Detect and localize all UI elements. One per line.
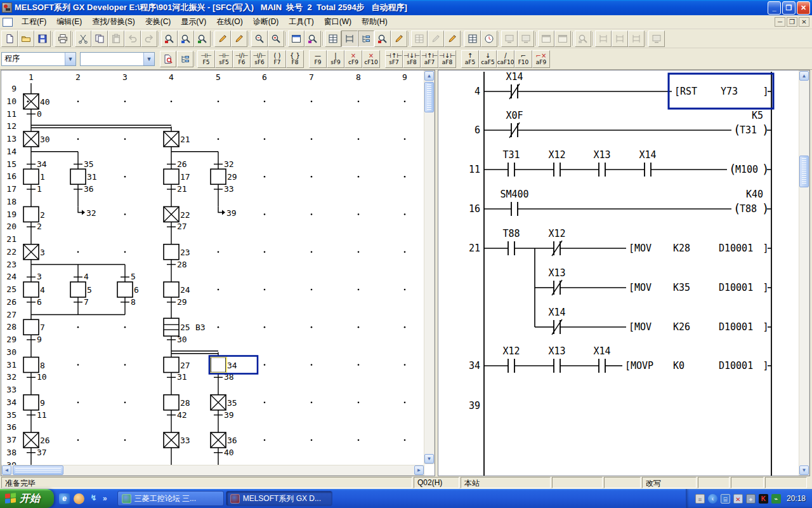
sfc-grid-dot[interactable] <box>264 326 266 328</box>
sfc-grid-dot[interactable] <box>264 439 266 441</box>
open-project-button[interactable] <box>18 30 34 47</box>
sfc-grid-dot[interactable] <box>218 326 219 328</box>
sfc-grid-dot[interactable] <box>311 251 313 253</box>
taskbar-task-1[interactable]: MELSOFT系列 GX D... <box>226 491 332 506</box>
contact-X14-no[interactable]: X14 <box>593 345 610 373</box>
sfc-step-33[interactable]: 33 <box>164 432 190 448</box>
sfc-grid-dot[interactable] <box>311 138 313 140</box>
mdi-minimize-button[interactable]: ─ <box>775 17 785 27</box>
contact-X13-nc[interactable]: X13 <box>548 267 565 295</box>
project-tree-button[interactable] <box>177 51 193 67</box>
sfc-step-28[interactable]: 28 <box>164 395 190 410</box>
device-use-list-button[interactable] <box>268 30 284 47</box>
ladder-mode-button[interactable] <box>341 30 358 47</box>
sfc-grid-dot[interactable] <box>264 138 266 140</box>
sfc-step-9[interactable]: 9 <box>23 395 45 410</box>
sfc-grid-dot[interactable] <box>404 401 406 403</box>
sfc-step-22[interactable]: 22 <box>164 207 190 222</box>
sfc-grid-dot[interactable] <box>404 326 406 328</box>
fkey-F8-button[interactable]: { }F8 <box>286 50 304 68</box>
sfc-grid-dot[interactable] <box>124 439 126 441</box>
fkey-sF6-button[interactable]: ⊣/⊢sF6 <box>251 50 268 68</box>
sfc-grid-dot[interactable] <box>311 100 313 102</box>
sfc-step-6[interactable]: 6 <box>117 282 139 297</box>
sfc-grid-dot[interactable] <box>311 326 313 328</box>
sfc-grid-dot[interactable] <box>358 100 360 102</box>
sfc-transition-26[interactable]: 26 <box>167 159 187 169</box>
mdi-close-button[interactable]: ✕ <box>799 17 809 27</box>
statement-edit-button[interactable] <box>444 30 461 47</box>
sfc-horizontal-scrollbar[interactable]: ◄ ► <box>1 465 424 476</box>
coil-T31[interactable]: (T31)K5 <box>733 110 771 137</box>
sfc-transition-2[interactable]: 2 <box>27 222 42 231</box>
contact-X13-no[interactable]: X13 <box>548 345 565 373</box>
device-comment-button[interactable] <box>304 30 321 47</box>
fkey-caF10-button[interactable]: /caF10 <box>497 50 514 68</box>
sfc-grid-dot[interactable] <box>77 326 79 328</box>
menu-0[interactable]: 工程(F) <box>16 15 51 29</box>
sfc-grid-dot[interactable] <box>124 251 126 253</box>
instruction-MOVP[interactable]: [MOVPK0D10001] <box>625 360 771 371</box>
sfc-step-26[interactable]: 26 <box>23 432 50 448</box>
sfc-grid-dot[interactable] <box>311 439 313 441</box>
sfc-transition-0[interactable]: 0 <box>27 109 42 119</box>
sfc-grid-dot[interactable] <box>77 251 79 253</box>
sfc-transition-33[interactable]: 33 <box>214 184 234 194</box>
sfc-grid-dot[interactable] <box>358 401 360 403</box>
sfc-step-34[interactable]: 34 <box>211 358 237 373</box>
sfc-transition-32[interactable]: 32 <box>214 159 234 169</box>
network-icon[interactable]: ⌸ <box>721 494 730 504</box>
kaspersky-icon[interactable]: K <box>759 494 768 504</box>
collapse-tray-icon[interactable]: ‹ <box>708 494 717 504</box>
sfc-grid-dot[interactable] <box>264 364 266 366</box>
fkey-aF8-button[interactable]: ⊣↓⊢aF8 <box>438 50 456 68</box>
find-device-button[interactable] <box>161 30 178 47</box>
sfc-step-2[interactable]: 2 <box>23 207 45 222</box>
sfc-grid-dot[interactable] <box>404 439 406 441</box>
sfc-grid-dot[interactable] <box>218 100 219 102</box>
sfc-transition-5[interactable]: 5 <box>121 272 136 281</box>
sfc-grid-dot[interactable] <box>124 401 126 403</box>
ladder-rung-11[interactable]: 11T31X12X13X14(M100) <box>469 149 771 177</box>
sfc-transition-21[interactable]: 21 <box>167 184 187 194</box>
fkey-sF8-button[interactable]: ⊣↓⊢sF8 <box>403 50 421 68</box>
sfc-grid-dot[interactable] <box>358 439 360 441</box>
sfc-grid-dot[interactable] <box>404 251 406 253</box>
ladder-rung-6[interactable]: 6X0F(T31)K5 <box>475 110 771 138</box>
find-instruction-button[interactable] <box>178 30 194 47</box>
contact-T31-no[interactable]: T31 <box>502 149 520 177</box>
fkey-sF9-button[interactable]: |sF9 <box>327 50 344 68</box>
coil-T88[interactable]: (T88)K40 <box>733 189 771 215</box>
fkey-caF5-button[interactable]: ↓caF5 <box>479 50 497 68</box>
scroll-up-icon[interactable]: ▲ <box>799 71 809 81</box>
chevron-down-icon[interactable]: ▼ <box>143 53 154 65</box>
sfc-grid-dot[interactable] <box>264 289 266 291</box>
save-project-button[interactable] <box>34 30 51 47</box>
sfc-grid-dot[interactable] <box>311 176 313 178</box>
mdi-document-icon[interactable] <box>3 18 13 27</box>
sfc-step-35[interactable]: 35 <box>211 395 237 410</box>
sfc-transition-11[interactable]: 11 <box>27 410 47 420</box>
menu-6[interactable]: 诊断(D) <box>248 15 284 29</box>
program-combobox[interactable]: 程序 ▼ <box>1 52 76 66</box>
sfc-grid-dot[interactable] <box>77 364 79 366</box>
sfc-grid-dot[interactable] <box>264 100 266 102</box>
sfc-grid-dot[interactable] <box>218 251 219 253</box>
instruction-MOV[interactable]: [MOVK26D10001] <box>629 321 771 333</box>
sfc-grid-dot[interactable] <box>218 289 219 291</box>
device-icon[interactable]: ⌖ <box>746 494 756 504</box>
sfc-grid-dot[interactable] <box>124 138 126 140</box>
sfc-step-29[interactable]: 29 <box>211 169 237 184</box>
device-combobox[interactable]: ▼ <box>80 52 155 66</box>
menu-3[interactable]: 变换(C) <box>140 15 176 29</box>
sfc-step-40[interactable]: 40 <box>23 94 50 109</box>
sfc-step-36[interactable]: 36 <box>211 432 237 448</box>
ladder-vertical-scrollbar[interactable]: ▲ ▼ <box>799 70 809 476</box>
chevron-down-icon[interactable]: ▼ <box>65 53 75 65</box>
menu-8[interactable]: 窗口(W) <box>319 15 357 29</box>
restore-button[interactable]: ❐ <box>782 1 796 15</box>
sfc-transition-10[interactable]: 10 <box>27 372 47 382</box>
keyboard-icon[interactable]: ⌗ <box>695 494 705 504</box>
ladder-rung-39[interactable]: 39 <box>469 400 480 411</box>
scroll-up-icon[interactable]: ▲ <box>424 71 434 81</box>
